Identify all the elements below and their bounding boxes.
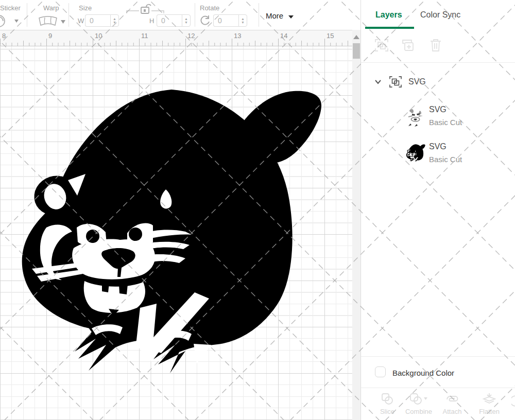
warp-button[interactable] <box>37 15 67 28</box>
attach-button[interactable]: Attach <box>439 392 465 415</box>
ruler-number: 9 <box>48 32 52 40</box>
rotate-icon[interactable] <box>199 15 211 26</box>
canvas-image-raccoon[interactable] <box>14 87 323 381</box>
slice-icon <box>381 392 394 406</box>
toolbar-divider <box>259 3 259 27</box>
layer-name: SVG <box>429 105 447 114</box>
layer-cut-type: Basic Cut <box>429 155 462 164</box>
design-canvas[interactable] <box>0 46 352 420</box>
layer-row[interactable]: SVG Basic Cut <box>361 139 515 171</box>
height-input[interactable] <box>157 14 182 27</box>
layers-panel: Layers Color Sync <box>360 0 515 420</box>
layer-group-name: SVG <box>408 77 426 86</box>
more-button[interactable]: More <box>266 11 294 21</box>
app-window: Sticker Warp Size W ▲▼ <box>0 0 515 420</box>
tab-color-sync-label: Color Sync <box>420 10 460 19</box>
size-group-label: Size <box>79 4 92 12</box>
tab-layers-label: Layers <box>375 10 402 19</box>
attach-icon <box>445 392 459 406</box>
ruler-number: 12 <box>187 32 195 40</box>
width-input[interactable] <box>85 14 111 27</box>
background-color-row[interactable]: Background Color <box>361 363 515 381</box>
delete-button[interactable] <box>430 39 442 52</box>
toolbar-divider <box>195 3 195 27</box>
height-label: H <box>149 17 154 25</box>
background-color-label: Background Color <box>392 369 454 377</box>
sticker-icon <box>0 14 20 28</box>
ruler-number: 8 <box>2 32 6 40</box>
slice-label: Slice <box>375 408 399 415</box>
background-color-swatch[interactable] <box>375 366 386 377</box>
ruler-ticks <box>0 30 352 46</box>
tab-layers[interactable]: Layers <box>375 10 402 20</box>
vertical-scrollbar[interactable] <box>352 30 360 420</box>
ruler-number: 13 <box>234 32 241 40</box>
layer-group-row[interactable]: SVG <box>361 73 515 91</box>
ruler-number: 11 <box>141 32 148 40</box>
scroll-up-arrow[interactable] <box>353 35 359 39</box>
duplicate-button[interactable] <box>401 39 415 52</box>
more-label: More <box>266 11 283 20</box>
chevron-down-icon[interactable] <box>374 79 382 84</box>
group-icon <box>389 76 402 88</box>
layer-row[interactable]: SVG Basic Cut <box>361 102 515 134</box>
layer-tools-row <box>361 37 515 55</box>
partial-action-icon <box>511 394 515 408</box>
ruler-number: 10 <box>95 32 102 40</box>
toolbar-divider <box>68 3 69 27</box>
combine-label: Combine <box>404 408 433 415</box>
attach-label: Attach <box>439 408 465 415</box>
warp-group-label: Warp <box>43 4 59 12</box>
ruler-number: 14 <box>280 32 287 40</box>
layer-name: SVG <box>429 142 447 151</box>
ruler-number: 15 <box>327 32 334 40</box>
horizontal-ruler: 89101112131415 <box>0 30 352 46</box>
width-stepper[interactable]: ▲▼ <box>110 14 119 27</box>
chevron-down-icon <box>424 397 427 400</box>
rotate-input[interactable] <box>213 14 239 27</box>
combine-button[interactable]: Combine <box>404 392 433 415</box>
combine-icon <box>409 392 428 406</box>
group-button[interactable] <box>374 39 389 52</box>
width-label: W <box>78 17 84 25</box>
tab-color-sync[interactable]: Color Sync <box>420 10 460 20</box>
sticker-button[interactable] <box>0 14 20 28</box>
rotate-group-label: Rotate <box>200 4 219 12</box>
active-tab-underline <box>365 27 414 29</box>
toolbar-divider <box>27 3 27 27</box>
rotate-stepper[interactable]: ▲▼ <box>238 14 247 27</box>
panel-divider <box>361 356 515 357</box>
chevron-down-icon <box>61 20 65 24</box>
flatten-icon <box>482 392 496 406</box>
top-toolbar: Sticker Warp Size W ▲▼ <box>0 0 360 30</box>
chevron-down-icon <box>288 15 294 19</box>
scrollbar-thumb[interactable] <box>353 43 360 59</box>
flatten-button[interactable]: Flatten <box>475 392 503 415</box>
sticker-group-label: Sticker <box>0 4 21 12</box>
bottom-action-bar: Slice Combine Attach <box>361 388 515 420</box>
layer-thumbnail-details <box>406 106 425 128</box>
chevron-down-icon <box>14 20 19 23</box>
layer-thumbnail-silhouette <box>406 144 425 163</box>
panel-divider <box>361 62 515 63</box>
warp-icon <box>37 15 67 28</box>
layer-cut-type: Basic Cut <box>429 118 462 127</box>
slice-button[interactable]: Slice <box>375 392 399 415</box>
height-stepper[interactable]: ▲▼ <box>182 14 191 27</box>
flatten-label: Flatten <box>475 408 503 415</box>
